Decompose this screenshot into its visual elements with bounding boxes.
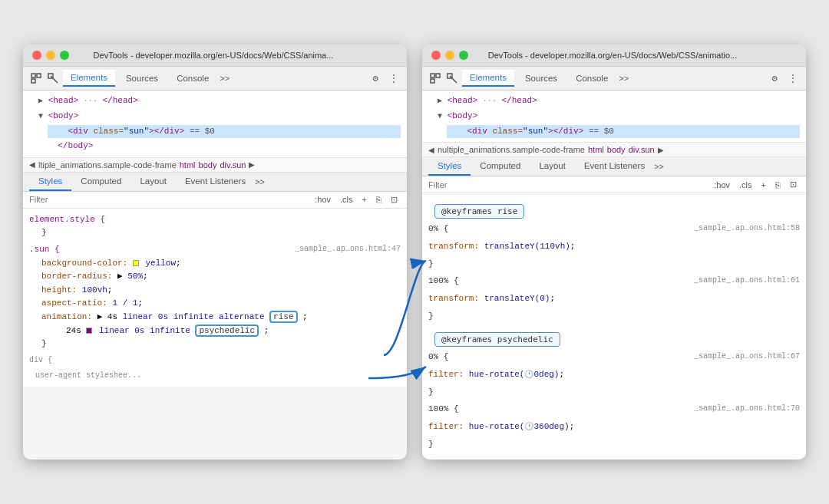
right-dom-line-body-open: ▼ <body>: [428, 109, 800, 124]
right-inspector-icon[interactable]: [428, 71, 442, 85]
right-subtab-layout[interactable]: Layout: [530, 157, 575, 176]
breadcrumb-body[interactable]: body: [199, 160, 217, 170]
right-breadcrumb-div-sun[interactable]: div.sun: [629, 145, 655, 154]
right-pick-element-icon[interactable]: [445, 71, 459, 85]
left-styles-panel: element.style { } .sun { _sample_.ap…ons…: [23, 209, 407, 387]
keyframes-psychedelic-section: @keyframes psychedelic 0% { _sample_.ap……: [422, 328, 806, 453]
filter-buttons: :hov .cls + ⎘ ⊡: [312, 194, 401, 206]
right-subtab-event-listeners[interactable]: Event Listeners: [575, 157, 654, 176]
expand-button[interactable]: ⊡: [388, 194, 401, 206]
breadcrumb-frame[interactable]: ltiple_animations.sample-code-frame: [38, 160, 177, 170]
right-main-toolbar: Elements Sources Console >> ⚙ ⋮: [422, 67, 806, 91]
right-filter-buttons: :hov .cls + ⎘ ⊡: [711, 179, 800, 190]
left-filter-bar: :hov .cls + ⎘ ⊡: [23, 192, 407, 209]
cls-button[interactable]: .cls: [337, 194, 356, 205]
copy-button[interactable]: ⎘: [373, 194, 385, 205]
right-tab-elements[interactable]: Elements: [462, 70, 514, 87]
sun-rule: .sun { _sample_.ap…ons.html:47 backgroun…: [23, 242, 407, 353]
more-tabs-button[interactable]: >>: [220, 74, 230, 83]
dom-line-div-sun[interactable]: <div class="sun"></div> == $0: [29, 124, 401, 140]
psychedelic-100-filter: filter: hue-rotate(🕐360deg);: [422, 418, 806, 436]
keyframes-rise-section: @keyframes rise 0% { _sample_.ap…ons.htm…: [422, 199, 806, 324]
toolbar-right: ⚙ ⋮: [368, 71, 401, 85]
right-dom-line-div-sun[interactable]: <div class="sun"></div> == $0: [428, 124, 800, 140]
left-breadcrumb: ◀ ltiple_animations.sample-code-frame ht…: [23, 158, 407, 173]
dom-line-body-close: </body>: [29, 139, 401, 154]
right-dom-panel: ▶ <head> ··· </head> ▼ <body> <div class…: [422, 91, 806, 143]
dom-line-body-open: ▼ <body>: [29, 109, 401, 124]
keyframes-psychedelic-label: @keyframes psychedelic: [434, 332, 560, 347]
right-add-style-button[interactable]: +: [758, 180, 769, 190]
right-more-options-icon[interactable]: ⋮: [786, 71, 800, 85]
window-title: DevTools - developer.mozilla.org/en-US/d…: [29, 51, 398, 60]
right-settings-icon[interactable]: ⚙: [768, 71, 781, 85]
right-breadcrumb-body[interactable]: body: [607, 145, 626, 154]
add-style-button[interactable]: +: [359, 194, 370, 205]
rise-0-transform: transform: translateY(110vh);: [422, 238, 806, 255]
right-dom-line-head: ▶ <head> ··· </head>: [428, 94, 800, 109]
element-style-closing: }: [29, 226, 401, 240]
breadcrumb-html[interactable]: html: [180, 160, 196, 170]
right-tab-console[interactable]: Console: [568, 71, 616, 86]
right-title-bar: DevTools - developer.mozilla.org/en-US/d…: [422, 44, 806, 67]
right-breadcrumb-html[interactable]: html: [588, 145, 604, 154]
tab-console[interactable]: Console: [169, 71, 216, 86]
rise-highlight: rise: [269, 311, 297, 323]
more-options-icon[interactable]: ⋮: [387, 71, 401, 85]
right-subtab-styles[interactable]: Styles: [428, 157, 471, 176]
svg-line-9: [450, 76, 457, 83]
filter-input[interactable]: [29, 195, 307, 204]
sun-animation-rise: animation: ▶ 4s linear 0s infinite alter…: [29, 311, 401, 324]
svg-rect-6: [436, 74, 440, 77]
user-agent-hint: user-agent styleshee...: [23, 368, 407, 384]
psychedelic-0-filter: filter: hue-rotate(🕐0deg);: [422, 366, 806, 384]
psychedelic-100-close: }: [422, 436, 806, 453]
right-more-subtabs-button[interactable]: >>: [654, 162, 664, 171]
yellow-swatch[interactable]: [133, 260, 139, 266]
sun-animation-psychedelic: 24s linear 0s infinite psychedelic ;: [29, 324, 401, 338]
right-copy-button[interactable]: ⎘: [772, 180, 784, 190]
tab-sources[interactable]: Sources: [118, 71, 166, 86]
rise-0-block: 0% { _sample_.ap…ons.html:58: [422, 220, 806, 238]
rise-100-block: 100% { _sample_.ap…ons.html:61: [422, 272, 806, 290]
subtab-layout[interactable]: Layout: [130, 173, 176, 191]
right-keyframes-panel: @keyframes rise 0% { _sample_.ap…ons.htm…: [422, 193, 806, 459]
sun-border-radius: border-radius: ▶ 50%;: [29, 270, 401, 284]
left-main-toolbar: Elements Sources Console >> ⚙ ⋮: [23, 67, 407, 91]
right-cls-button[interactable]: .cls: [736, 180, 755, 190]
left-title-bar: DevTools - developer.mozilla.org/en-US/d…: [23, 44, 407, 67]
subtab-styles[interactable]: Styles: [29, 173, 71, 191]
settings-icon[interactable]: ⚙: [368, 71, 382, 85]
inspector-icon[interactable]: [29, 71, 43, 85]
sun-height: height: 100vh;: [29, 284, 401, 298]
right-breadcrumb: ◀ nultiple_animations.sample-code-frame …: [422, 143, 806, 157]
purple-swatch[interactable]: [86, 328, 92, 334]
left-sub-toolbar: Styles Computed Layout Event Listeners >…: [23, 173, 407, 192]
tab-elements[interactable]: Elements: [63, 70, 115, 87]
right-tab-sources[interactable]: Sources: [517, 71, 565, 86]
psychedelic-0-block: 0% { _sample_.ap…ons.html:67: [422, 348, 806, 366]
svg-rect-2: [31, 79, 35, 83]
right-more-tabs-button[interactable]: >>: [619, 74, 629, 83]
more-subtabs-button[interactable]: >>: [255, 177, 265, 186]
element-style-selector: element.style {: [29, 213, 401, 227]
right-expand-button[interactable]: ⊡: [787, 179, 800, 190]
rise-0-close: }: [422, 255, 806, 273]
keyframes-psychedelic-header: @keyframes psychedelic: [422, 328, 806, 348]
svg-rect-7: [431, 79, 434, 83]
svg-rect-1: [37, 74, 41, 77]
subtab-computed[interactable]: Computed: [71, 173, 130, 191]
psychedelic-100-block: 100% { _sample_.ap…ons.html:70: [422, 400, 806, 418]
breadcrumb-div-sun[interactable]: div.sun: [220, 160, 246, 170]
right-filter-input[interactable]: [428, 180, 706, 189]
right-breadcrumb-frame[interactable]: nultiple_animations.sample-code-frame: [438, 145, 585, 154]
pick-element-icon[interactable]: [46, 71, 60, 85]
subtab-event-listeners[interactable]: Event Listeners: [176, 173, 255, 191]
dom-line-head: ▶ <head> ··· </head>: [29, 94, 401, 109]
right-sub-toolbar: Styles Computed Layout Event Listeners >…: [422, 157, 806, 176]
right-hov-button[interactable]: :hov: [711, 180, 733, 190]
right-subtab-computed[interactable]: Computed: [471, 157, 530, 176]
hov-button[interactable]: :hov: [312, 194, 334, 205]
left-devtools-window: DevTools - developer.mozilla.org/en-US/d…: [23, 44, 407, 459]
left-dom-panel: ▶ <head> ··· </head> ▼ <body> <div class…: [23, 91, 407, 157]
